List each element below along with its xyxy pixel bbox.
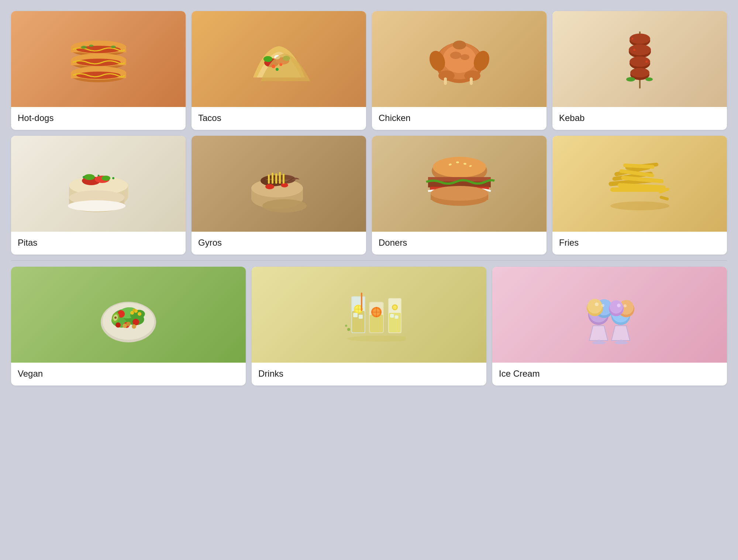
svg-point-34 <box>453 41 466 49</box>
food-label-gyros: Gyros <box>192 232 366 255</box>
food-card-pitas[interactable]: Pitas <box>11 136 186 255</box>
svg-point-77 <box>433 157 486 177</box>
svg-point-115 <box>132 309 135 312</box>
food-label-doners: Doners <box>372 232 546 255</box>
food-card-chicken[interactable]: Chicken <box>372 11 546 130</box>
svg-rect-73 <box>279 172 281 184</box>
food-image-doners <box>372 136 546 232</box>
svg-point-62 <box>97 175 99 177</box>
svg-rect-28 <box>444 77 447 85</box>
food-label-pitas: Pitas <box>11 232 186 255</box>
food-card-tacos[interactable]: Tacos <box>192 11 366 130</box>
svg-point-99 <box>610 201 669 210</box>
svg-point-21 <box>279 63 282 66</box>
svg-rect-71 <box>272 173 273 184</box>
food-image-chicken <box>372 11 546 107</box>
food-label-drinks: Drinks <box>252 363 486 386</box>
svg-rect-145 <box>395 315 398 319</box>
svg-point-75 <box>262 199 307 212</box>
svg-point-114 <box>138 312 141 316</box>
food-card-hotdogs[interactable]: Hot-dogs <box>11 11 186 130</box>
food-card-vegan[interactable]: Vegan <box>11 267 246 386</box>
food-image-drinks <box>252 267 486 363</box>
food-card-doners[interactable]: Doners <box>372 136 546 255</box>
svg-point-14 <box>111 46 116 48</box>
svg-point-164 <box>610 300 623 314</box>
svg-point-60 <box>83 176 85 178</box>
svg-point-13 <box>89 45 93 47</box>
food-label-fries: Fries <box>552 232 727 255</box>
food-grid-row2: Pitas <box>11 136 727 255</box>
svg-point-32 <box>450 52 461 59</box>
svg-point-87 <box>431 186 488 201</box>
svg-point-150 <box>592 341 606 344</box>
svg-point-167 <box>617 304 621 307</box>
svg-point-168 <box>624 304 627 307</box>
food-card-drinks[interactable]: Drinks <box>252 267 486 386</box>
svg-point-118 <box>132 324 136 329</box>
svg-rect-131 <box>361 293 362 311</box>
svg-point-146 <box>347 336 406 342</box>
svg-point-44 <box>626 77 635 82</box>
svg-rect-130 <box>359 315 363 319</box>
svg-rect-134 <box>370 315 383 332</box>
svg-point-143 <box>393 305 397 309</box>
svg-point-61 <box>112 177 114 179</box>
svg-point-111 <box>115 322 121 328</box>
svg-point-45 <box>645 77 653 81</box>
svg-point-39 <box>629 44 651 55</box>
svg-point-156 <box>587 299 602 314</box>
food-label-tacos: Tacos <box>192 107 366 130</box>
food-card-kebab[interactable]: Kebab <box>552 11 727 130</box>
svg-point-147 <box>347 328 350 331</box>
svg-point-148 <box>345 325 347 327</box>
food-image-gyros <box>192 136 366 232</box>
food-label-hotdogs: Hot-dogs <box>11 107 186 130</box>
svg-rect-74 <box>283 174 284 184</box>
svg-rect-72 <box>275 173 277 184</box>
food-label-vegan: Vegan <box>11 363 246 386</box>
food-image-fries <box>552 136 727 232</box>
svg-point-165 <box>595 303 599 306</box>
svg-point-46 <box>633 49 635 51</box>
svg-point-117 <box>126 322 131 326</box>
food-image-vegan <box>11 267 246 363</box>
svg-point-158 <box>614 341 628 344</box>
svg-point-55 <box>101 176 110 181</box>
food-image-kebab <box>552 11 727 107</box>
svg-point-69 <box>281 183 288 187</box>
svg-point-20 <box>272 65 275 68</box>
section-divider <box>11 260 727 261</box>
food-label-icecream: Ice Cream <box>492 363 727 386</box>
svg-point-17 <box>263 56 272 62</box>
svg-point-11 <box>76 72 121 79</box>
food-label-kebab: Kebab <box>552 107 727 130</box>
food-card-fries[interactable]: Fries <box>552 136 727 255</box>
svg-rect-129 <box>353 313 358 317</box>
food-image-hotdogs <box>11 11 186 107</box>
svg-rect-98 <box>659 196 669 201</box>
food-image-icecream <box>492 267 727 363</box>
food-grid-row3: Vegan <box>11 267 727 386</box>
svg-point-68 <box>265 184 274 189</box>
svg-point-43 <box>630 68 649 77</box>
food-card-gyros[interactable]: Gyros <box>192 136 366 255</box>
svg-point-33 <box>461 54 469 60</box>
food-label-chicken: Chicken <box>372 107 546 130</box>
svg-point-79 <box>456 162 459 163</box>
svg-point-166 <box>601 304 604 307</box>
svg-point-48 <box>631 38 633 40</box>
svg-point-7 <box>76 59 121 66</box>
food-image-tacos <box>192 11 366 107</box>
food-card-icecream[interactable]: Ice Cream <box>492 267 727 386</box>
svg-rect-29 <box>470 77 473 85</box>
svg-rect-70 <box>268 174 270 184</box>
food-image-pitas <box>11 136 186 232</box>
svg-point-47 <box>645 61 648 63</box>
food-grid-row1: Hot-dogs Tacos <box>11 11 727 130</box>
svg-point-121 <box>114 317 117 319</box>
svg-point-59 <box>68 200 125 211</box>
svg-point-22 <box>276 68 279 71</box>
svg-point-12 <box>81 46 87 49</box>
svg-rect-144 <box>390 314 394 318</box>
